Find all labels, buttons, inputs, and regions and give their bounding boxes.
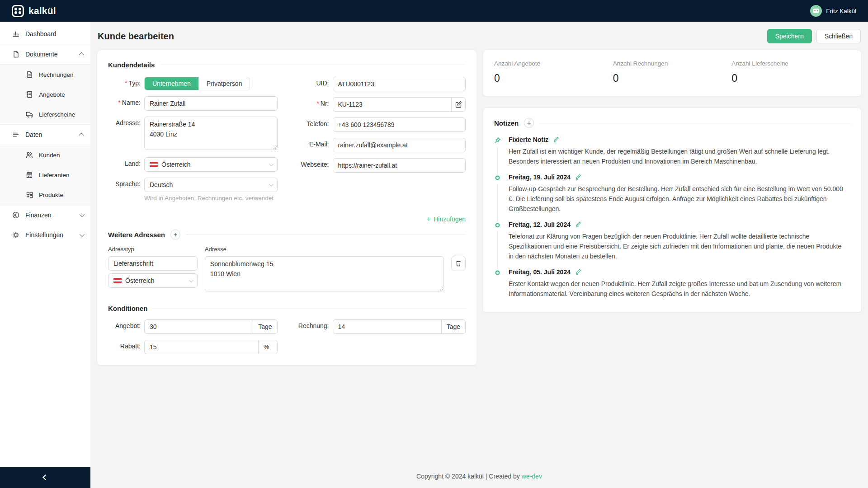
add-note-button[interactable] bbox=[524, 118, 534, 128]
typ-label: *Typ: bbox=[108, 77, 144, 87]
sidebar-item-dashboard[interactable]: Dashboard bbox=[0, 24, 90, 44]
edit-note-button[interactable] bbox=[575, 221, 582, 228]
brand: kalkül bbox=[12, 5, 56, 17]
note-item: Freitag, 05. Juli 2024 Erster Kontakt we… bbox=[494, 268, 850, 300]
angebot-input[interactable] bbox=[144, 319, 253, 334]
adresstyp-input[interactable] bbox=[108, 256, 198, 271]
chevron-down-icon bbox=[269, 182, 273, 187]
sprache-hint: Wird in Angeboten, Rechnungen etc. verwe… bbox=[144, 195, 278, 202]
chevron-up-icon bbox=[79, 133, 84, 138]
uid-input[interactable] bbox=[333, 77, 466, 91]
rabatt-input[interactable] bbox=[144, 340, 258, 354]
app-root: kalkül Fritz Kalkül Dashboard bbox=[0, 0, 868, 488]
chevron-up-icon bbox=[79, 52, 84, 57]
nr-edit-button[interactable] bbox=[451, 97, 466, 112]
timeline-dot-icon bbox=[494, 269, 501, 276]
section-title-kundendetails: Kundendetails bbox=[108, 61, 155, 69]
edit-square-icon bbox=[455, 101, 462, 108]
euro-circle-icon bbox=[12, 211, 19, 219]
sidebar-item-rechnungen[interactable]: Rechnungen bbox=[0, 65, 90, 84]
austria-flag-icon bbox=[113, 278, 122, 283]
email-label: E-Mail: bbox=[297, 138, 333, 148]
user-menu[interactable]: Fritz Kalkül bbox=[810, 5, 856, 17]
chevron-down-icon bbox=[80, 212, 85, 217]
weitere-adresse-textarea[interactable]: Sonnenblumenweg 15 1010 Wien bbox=[205, 256, 444, 291]
truck-icon bbox=[25, 111, 33, 118]
email-input[interactable] bbox=[333, 138, 466, 152]
edit-note-button[interactable] bbox=[575, 174, 582, 181]
sidebar-item-angebote[interactable]: Angebote bbox=[0, 84, 90, 104]
telefon-label: Telefon: bbox=[297, 117, 333, 127]
required-asterisk: * bbox=[125, 80, 127, 87]
typ-option-privatperson[interactable]: Privatperson bbox=[198, 77, 250, 90]
ledger-icon bbox=[25, 91, 33, 99]
nr-input[interactable] bbox=[333, 97, 452, 112]
pin-icon bbox=[494, 137, 501, 144]
edit-note-button[interactable] bbox=[553, 136, 560, 143]
document-icon bbox=[12, 51, 19, 58]
sidebar-item-einstellungen[interactable]: Einstellungen bbox=[0, 225, 90, 245]
save-button[interactable]: Speichern bbox=[767, 29, 812, 43]
stat-lieferscheine-value: 0 bbox=[731, 72, 850, 84]
rabatt-unit-select[interactable]: % bbox=[258, 340, 277, 354]
pencil-icon bbox=[575, 174, 582, 180]
required-asterisk: * bbox=[118, 99, 120, 106]
webseite-input[interactable] bbox=[333, 158, 466, 173]
we-dev-link[interactable]: we-dev bbox=[522, 473, 542, 480]
adresse-textarea[interactable]: Rainerstraße 14 4030 Linz bbox=[144, 117, 278, 150]
rechnung-input[interactable] bbox=[333, 319, 441, 334]
rechnung-unit: Tage bbox=[441, 319, 466, 334]
stat-lieferscheine: Anzahl Lieferscheine 0 bbox=[731, 60, 850, 84]
address-land-select[interactable]: Österreich bbox=[108, 273, 198, 288]
pencil-icon bbox=[575, 268, 582, 275]
list-lines-icon bbox=[12, 131, 19, 139]
typ-option-unternehmen[interactable]: Unternehmen bbox=[145, 77, 198, 90]
section-title-notizen: Notizen bbox=[494, 119, 519, 127]
sidebar-item-finanzen[interactable]: Finanzen bbox=[0, 205, 90, 225]
add-address-plus-button[interactable] bbox=[170, 230, 180, 239]
people-icon bbox=[25, 151, 33, 159]
chevron-down-icon bbox=[80, 232, 85, 237]
edit-note-button[interactable] bbox=[575, 268, 582, 276]
stat-angebote-value: 0 bbox=[494, 72, 613, 84]
section-title-weitere-adressen: Weitere Adressen bbox=[108, 231, 165, 239]
sprache-select[interactable]: Deutsch bbox=[144, 178, 278, 192]
brand-name: kalkül bbox=[28, 5, 56, 16]
sidebar-item-daten[interactable]: Daten bbox=[0, 125, 90, 145]
copyright-text: Copyright © 2024 kalkül | Created by bbox=[416, 473, 522, 480]
kalkul-logo-icon bbox=[12, 5, 24, 17]
sidebar-item-lieferscheine[interactable]: Lieferscheine bbox=[0, 104, 90, 124]
notes-card: Notizen Fixierte Notiz bbox=[483, 108, 862, 313]
name-input[interactable] bbox=[144, 96, 278, 111]
chevron-down-icon bbox=[189, 278, 193, 282]
pencil-icon bbox=[553, 136, 560, 143]
topbar: kalkül Fritz Kalkül bbox=[0, 0, 868, 22]
land-label: Land: bbox=[108, 157, 144, 167]
close-button[interactable]: Schließen bbox=[816, 29, 861, 43]
name-label: *Name: bbox=[108, 96, 144, 106]
land-select[interactable]: Österreich bbox=[144, 157, 278, 172]
trash-icon bbox=[455, 260, 462, 267]
section-rule bbox=[153, 308, 466, 309]
sidebar-collapse-button[interactable] bbox=[0, 467, 90, 488]
customer-form-card: Kundendetails *Typ: Unternehmen Privatpe… bbox=[97, 50, 477, 366]
section-rule bbox=[539, 123, 850, 123]
adresstyp-column-label: Adresstyp bbox=[108, 246, 198, 253]
stat-rechnungen-value: 0 bbox=[613, 72, 732, 84]
sidebar-item-kunden[interactable]: Kunden bbox=[0, 145, 90, 165]
stat-rechnungen: Anzahl Rechnungen 0 bbox=[613, 60, 732, 84]
sidebar-item-dokumente[interactable]: Dokumente bbox=[0, 44, 90, 64]
sidebar-nav: Dashboard Dokumente Rechnungen bbox=[0, 22, 90, 467]
user-name: Fritz Kalkül bbox=[826, 8, 856, 14]
delete-address-button[interactable] bbox=[451, 256, 466, 271]
telefon-input[interactable] bbox=[333, 117, 466, 132]
add-address-link[interactable]: Hinzufügen bbox=[427, 215, 466, 223]
nr-label: *Nr: bbox=[297, 97, 333, 107]
section-rule bbox=[186, 235, 466, 235]
sidebar-item-lieferanten[interactable]: Lieferanten bbox=[0, 165, 90, 185]
sidebar-item-produkte[interactable]: Produkte bbox=[0, 185, 90, 205]
gear-icon bbox=[12, 231, 19, 239]
section-rule bbox=[160, 65, 466, 65]
chevron-left-icon bbox=[42, 474, 48, 480]
timeline-dot-icon bbox=[494, 174, 501, 181]
